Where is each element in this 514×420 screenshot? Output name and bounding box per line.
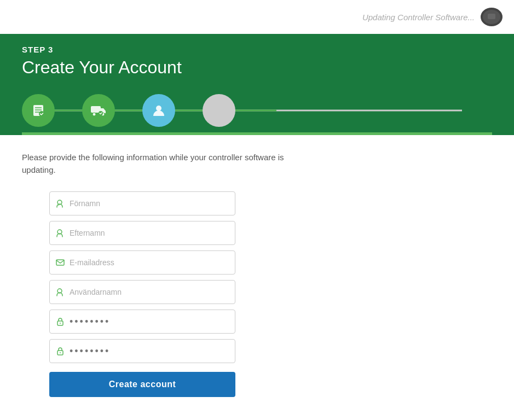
lastname-input[interactable] xyxy=(70,229,229,237)
step1-icon xyxy=(31,103,46,118)
description-text: Please provide the following information… xyxy=(22,151,285,176)
password-wrapper xyxy=(49,310,235,334)
lastname-icon xyxy=(55,229,65,237)
svg-rect-3 xyxy=(489,19,494,21)
password-icon xyxy=(55,317,65,326)
password-input[interactable] xyxy=(70,316,229,328)
updating-text: Updating Controller Software... xyxy=(362,13,475,22)
svg-point-22 xyxy=(60,352,61,353)
lastname-wrapper xyxy=(49,221,235,245)
svg-point-13 xyxy=(156,106,161,111)
firstname-icon xyxy=(55,199,65,208)
svg-rect-2 xyxy=(488,14,495,19)
email-input[interactable] xyxy=(70,258,229,267)
steps-row xyxy=(22,94,235,127)
firstname-input[interactable] xyxy=(70,199,229,208)
step3-icon xyxy=(151,103,166,118)
account-form xyxy=(49,191,235,363)
svg-point-12 xyxy=(99,111,103,115)
step-3-circle xyxy=(142,94,175,127)
header-bottom-line xyxy=(22,132,492,135)
username-wrapper xyxy=(49,280,235,304)
main-content: Please provide the following information… xyxy=(0,135,514,419)
step-label: STEP 3 xyxy=(22,45,492,54)
progress-bar-area xyxy=(22,94,492,127)
svg-point-8 xyxy=(39,111,44,116)
email-icon xyxy=(55,259,65,266)
svg-point-10 xyxy=(93,113,96,116)
confirm-password-icon xyxy=(55,347,65,355)
username-icon xyxy=(55,288,65,296)
device-icon xyxy=(480,7,503,27)
confirm-password-wrapper xyxy=(49,339,235,363)
email-wrapper xyxy=(49,250,235,275)
green-header: STEP 3 Create Your Account xyxy=(0,34,514,135)
step-title: Create Your Account xyxy=(22,57,492,78)
username-input[interactable] xyxy=(70,288,229,296)
step-4-circle xyxy=(203,94,235,127)
step-2-circle xyxy=(82,94,115,127)
svg-point-20 xyxy=(60,323,61,324)
firstname-wrapper xyxy=(49,191,235,215)
confirm-password-input[interactable] xyxy=(70,346,229,357)
top-bar: Updating Controller Software... xyxy=(0,0,514,34)
svg-rect-17 xyxy=(56,260,64,265)
create-account-button[interactable]: Create account xyxy=(49,372,235,397)
step-1-circle xyxy=(22,94,55,127)
step2-icon xyxy=(90,104,107,117)
